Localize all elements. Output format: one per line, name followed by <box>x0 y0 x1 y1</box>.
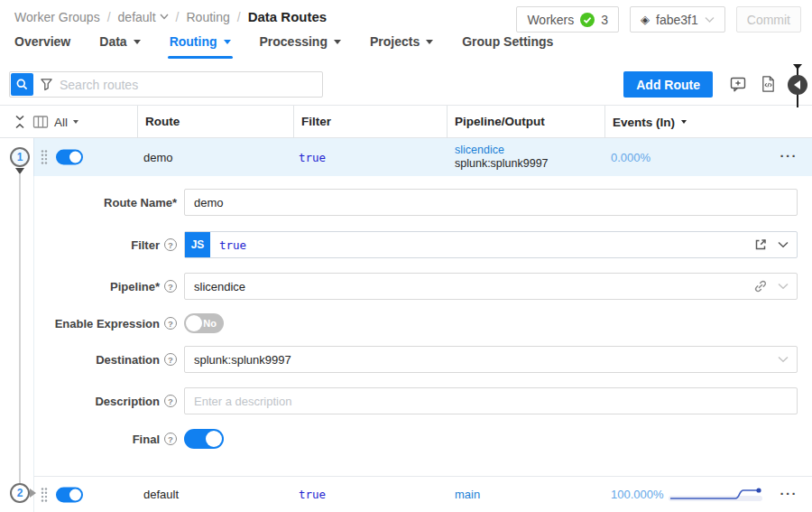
columns-icon[interactable] <box>32 115 49 129</box>
route-events-cell: 100.000% <box>611 477 664 512</box>
filter-funnel-icon[interactable] <box>40 78 53 91</box>
routes-table-header: All Route Filter Pipeline/Output Events … <box>0 106 812 138</box>
form-row-description: Description <box>34 387 812 414</box>
chevron-down-icon <box>778 356 789 363</box>
route-events-cell: 0.000% <box>611 138 651 176</box>
feedback-bubble-icon[interactable] <box>729 75 747 93</box>
chevron-down-icon <box>705 16 715 23</box>
workers-label: Workers <box>527 13 574 27</box>
form-row-filter: Filter JS true <box>34 231 812 258</box>
form-row-route-name: Route Name* <box>34 189 812 216</box>
chevron-down-icon <box>778 241 789 248</box>
header-controls: Workers 3 fabe3f1 Commit <box>516 6 801 33</box>
tab-overview[interactable]: Overview <box>14 34 70 59</box>
breadcrumb-group-select[interactable]: default <box>118 10 169 24</box>
tab-routing[interactable]: Routing <box>170 34 231 59</box>
caret-down-icon <box>134 40 141 44</box>
description-label: Description <box>34 395 177 408</box>
filter-expression-field[interactable]: JS true <box>184 231 798 258</box>
breadcrumb-separator: / <box>176 10 180 24</box>
final-toggle[interactable] <box>184 429 224 449</box>
form-row-pipeline: Pipeline* slicendice <box>34 273 812 300</box>
js-badge: JS <box>185 232 210 257</box>
add-route-button[interactable]: Add Route <box>623 71 713 98</box>
tab-data[interactable]: Data <box>99 34 140 59</box>
route-enabled-toggle[interactable] <box>56 150 83 165</box>
breadcrumb-routing[interactable]: Routing <box>187 10 230 24</box>
chevron-down-icon <box>778 283 789 290</box>
column-header-pipeline-output: Pipeline/Output <box>447 106 604 138</box>
pipeline-select[interactable]: slicendice <box>184 273 798 300</box>
route-marker-1-pointer <box>15 168 24 174</box>
caret-down-icon <box>334 40 341 44</box>
more-menu-icon[interactable] <box>780 486 798 501</box>
version-label: fabe3f1 <box>656 13 698 27</box>
route-name-input[interactable] <box>184 189 798 216</box>
route-pipeline-output-cell: slicendice splunk:splunk9997 <box>455 138 549 176</box>
route-row-default[interactable]: default true main 100.000% <box>33 476 812 512</box>
route-name-label: Route Name* <box>34 196 177 209</box>
drag-handle-icon[interactable] <box>41 487 48 502</box>
output-name: splunk:splunk9997 <box>455 157 549 171</box>
triangle-left-icon <box>794 80 800 89</box>
breadcrumb-separator: / <box>107 10 111 24</box>
route-marker-1: 1 <box>10 147 30 167</box>
route-enabled-toggle[interactable] <box>56 487 83 502</box>
caret-down-icon <box>426 40 433 44</box>
route-marker-2-pointer <box>30 489 36 498</box>
route-row-demo[interactable]: demo true slicendice splunk:splunk9997 0… <box>33 138 812 176</box>
routes-toolbar: Add Route <box>0 63 812 106</box>
pane-handle-top-arrow-icon <box>793 64 802 70</box>
expand-editor-icon[interactable] <box>753 237 768 252</box>
help-icon[interactable] <box>164 395 177 407</box>
breadcrumb: Worker Groups / default / Routing / Data… <box>14 9 327 24</box>
tab-processing[interactable]: Processing <box>260 34 341 59</box>
search-button[interactable] <box>11 73 33 96</box>
description-input[interactable] <box>184 387 798 414</box>
page-title: Data Routes <box>248 9 328 24</box>
more-menu-icon[interactable] <box>780 148 798 163</box>
form-row-destination: Destination splunk:splunk9997 <box>34 346 812 373</box>
drag-handle-icon[interactable] <box>41 150 48 165</box>
events-sparkline <box>669 487 768 503</box>
caret-down-icon <box>73 120 78 124</box>
search-icon <box>15 78 29 91</box>
data-routes-page: Worker Groups / default / Routing / Data… <box>0 0 812 512</box>
route-filter-cell: true <box>299 477 326 512</box>
help-icon[interactable] <box>164 280 177 293</box>
tab-projects[interactable]: Projects <box>370 34 433 59</box>
route-filter-cell: true <box>299 138 326 176</box>
help-icon[interactable] <box>164 238 177 251</box>
destination-select[interactable]: splunk:splunk9997 <box>184 346 798 373</box>
workers-count: 3 <box>601 13 608 27</box>
check-circle-icon <box>580 13 595 27</box>
tab-group-settings[interactable]: Group Settings <box>462 34 553 59</box>
collapse-all-rows-icon[interactable] <box>13 115 27 129</box>
help-icon[interactable] <box>164 433 177 445</box>
destination-select-value: splunk:splunk9997 <box>194 353 291 367</box>
final-label: Final <box>34 433 177 446</box>
workers-button[interactable]: Workers 3 <box>516 6 619 33</box>
pipeline-link[interactable]: main <box>455 488 480 501</box>
caret-down-icon <box>681 120 687 124</box>
route-pipeline-output-cell: main <box>455 477 480 512</box>
main-tabs: Overview Data Routing Processing Project… <box>14 34 553 63</box>
search-input[interactable] <box>60 78 322 92</box>
help-icon[interactable] <box>164 317 177 330</box>
breadcrumb-worker-groups[interactable]: Worker Groups <box>14 10 100 24</box>
column-header-events-in[interactable]: Events (In) <box>604 106 762 138</box>
pipeline-link[interactable]: slicendice <box>455 144 504 157</box>
preview-pane-handle <box>787 64 808 107</box>
enable-expression-toggle[interactable]: No <box>184 313 224 333</box>
commit-diamond-icon <box>641 13 650 26</box>
help-icon[interactable] <box>164 353 177 366</box>
pipeline-select-value: slicendice <box>194 280 245 293</box>
version-button[interactable]: fabe3f1 <box>630 6 725 33</box>
filter-expression-value: true <box>219 238 246 252</box>
collapse-pane-button[interactable] <box>788 75 807 95</box>
config-code-icon[interactable] <box>761 75 776 93</box>
group-filter-dropdown[interactable]: All <box>54 106 78 138</box>
commit-button[interactable]: Commit <box>736 6 801 33</box>
form-row-final: Final <box>34 425 812 452</box>
link-icon[interactable] <box>753 279 768 293</box>
